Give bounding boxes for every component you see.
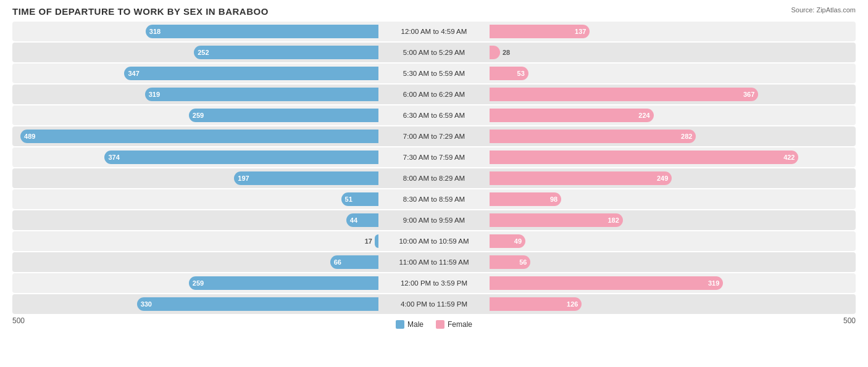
legend-female-label: Female [448,320,472,329]
bar-female-inside-value: 53 [517,70,525,77]
bar-male-value: 17 [365,237,372,245]
bar-male-inside-value: 197 [238,175,249,182]
bar-male-inside-value: 252 [198,49,209,56]
bar-male: 330 [137,297,378,311]
bar-female: 367 [490,88,758,101]
table-row: 31812:00 AM to 4:59 AM137 [12,22,856,41]
bar-female-inside-value: 56 [519,258,527,266]
table-row: 2596:30 AM to 6:59 AM224 [12,105,856,125]
bar-male: 252 [194,46,378,59]
bar-male: 374 [104,151,378,164]
chart-container: TIME OF DEPARTURE TO WORK BY SEX IN BARA… [0,0,868,367]
time-range-label: 5:30 AM to 5:59 AM [378,70,490,77]
bar-male: 347 [124,67,378,80]
source-label: Source: ZipAtlas.com [791,6,856,14]
time-range-label: 10:00 AM to 10:59 AM [378,237,490,245]
axis-left-label: 500 [12,316,25,329]
bar-male-inside-value: 259 [193,279,204,287]
table-row: 2525:00 AM to 5:29 AM28 [12,43,856,62]
bar-female: 224 [490,109,654,122]
time-range-label: 8:00 AM to 8:29 AM [378,175,490,182]
bar-female-inside-value: 49 [514,237,522,245]
bar-female-inside-value: 137 [575,28,586,35]
bar-male: 51 [341,192,378,206]
table-row: 449:00 AM to 9:59 AM182 [12,210,856,230]
bar-male-inside-value: 318 [149,28,161,35]
table-row: 3475:30 AM to 5:59 AM53 [12,64,856,83]
bar-male-inside-value: 51 [345,196,353,203]
table-row: 3196:00 AM to 6:29 AM367 [12,85,856,104]
bar-female-inside-value: 224 [638,112,649,119]
legend-female-box [436,320,444,329]
table-row: 3304:00 PM to 11:59 PM126 [12,294,856,314]
bar-male: 259 [189,276,378,290]
time-range-label: 7:30 AM to 7:59 AM [378,154,490,161]
time-range-label: 5:00 AM to 5:29 AM [378,49,490,56]
time-range-label: 8:30 AM to 8:59 AM [378,196,490,203]
time-range-label: 9:00 AM to 9:59 AM [378,216,490,224]
bar-male-inside-value: 330 [141,300,152,308]
legend-male: Male [396,320,424,329]
bar-female: 53 [490,67,528,80]
bar-male-inside-value: 259 [193,112,204,119]
legend: Male Female [396,320,472,329]
time-range-label: 12:00 PM to 3:59 PM [378,279,490,287]
axis-bottom: 500 Male Female 500 [12,316,856,329]
time-range-label: 6:30 AM to 6:59 AM [378,112,490,119]
bar-female: 319 [490,276,723,290]
bar-female-value: 28 [503,49,510,56]
bar-female-inside-value: 319 [708,279,719,287]
time-range-label: 4:00 PM to 11:59 PM [378,300,490,308]
bar-male: 197 [234,171,378,185]
time-range-label: 11:00 AM to 11:59 AM [378,258,490,266]
table-row: 6611:00 AM to 11:59 AM56 [12,252,856,272]
bar-female: 422 [490,151,798,164]
bar-female: 49 [490,234,525,248]
bar-female [490,46,500,59]
bar-female-inside-value: 422 [783,154,795,161]
bar-female: 182 [490,213,623,227]
bar-male-inside-value: 319 [149,91,160,98]
table-row: 4897:00 AM to 7:29 AM282 [12,126,856,146]
bar-male-inside-value: 374 [108,154,119,161]
bar-male-inside-value: 347 [128,70,139,77]
table-row: 3747:30 AM to 7:59 AM422 [12,147,856,167]
time-range-label: 12:00 AM to 4:59 AM [378,28,490,35]
bar-male: 318 [146,25,378,38]
bar-female: 137 [490,25,590,38]
table-row: 25912:00 PM to 3:59 PM319 [12,273,856,293]
time-range-label: 6:00 AM to 6:29 AM [378,91,490,98]
table-row: 1710:00 AM to 10:59 AM49 [12,231,856,251]
time-range-label: 7:00 AM to 7:29 AM [378,133,490,140]
bar-female: 98 [490,192,561,206]
chart-title: TIME OF DEPARTURE TO WORK BY SEX IN BARA… [12,6,856,17]
bar-female-inside-value: 182 [607,216,619,224]
legend-male-label: Male [407,320,424,329]
bar-male: 44 [346,213,378,227]
legend-male-box [396,320,404,329]
bar-female: 126 [490,297,582,311]
bar-female: 249 [490,171,672,185]
bar-male-inside-value: 44 [350,216,357,224]
bar-male: 66 [330,255,378,269]
bar-male-inside-value: 66 [334,258,341,266]
chart-rows: 31812:00 AM to 4:59 AM1372525:00 AM to 5… [12,22,856,314]
bar-female-inside-value: 126 [567,300,578,308]
bar-male: 489 [20,130,378,143]
bar-female-inside-value: 249 [657,175,668,182]
bar-female-inside-value: 367 [743,91,754,98]
bar-male: 319 [145,88,378,101]
axis-right-label: 500 [843,316,856,329]
legend-female: Female [436,320,472,329]
bar-female: 56 [490,255,530,269]
bar-female-inside-value: 282 [681,133,692,140]
table-row: 1978:00 AM to 8:29 AM249 [12,168,856,188]
table-row: 518:30 AM to 8:59 AM98 [12,189,856,209]
bar-female-inside-value: 98 [550,196,557,203]
bar-male-inside-value: 489 [24,133,35,140]
bar-male: 259 [189,109,378,122]
bar-female: 282 [490,130,696,143]
